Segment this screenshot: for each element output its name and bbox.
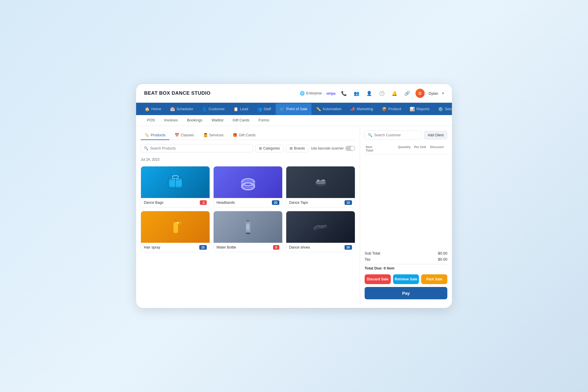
- bell-icon-btn[interactable]: 🔔: [390, 89, 399, 98]
- products-tab-label: Products: [151, 133, 165, 137]
- product-card-dance-shoes[interactable]: Dance shoes 30: [286, 211, 355, 252]
- pay-button[interactable]: Pay: [365, 287, 447, 299]
- tax-row: Tax $0.00: [365, 256, 447, 262]
- product-img-dance-taps: [286, 166, 355, 198]
- customer-icon: 👤: [202, 107, 207, 111]
- add-client-button[interactable]: Add Client: [424, 131, 447, 139]
- nav-label-setup: Setup: [445, 107, 452, 111]
- tax-label: Tax: [365, 257, 370, 261]
- tab-products[interactable]: 🏷️ Products: [141, 131, 169, 140]
- product-footer-dance-shoes: Dance shoes 30: [286, 243, 355, 252]
- nav-item-staff[interactable]: 👥 Staff: [253, 103, 275, 115]
- sub-nav: POS Invoices Bookings Waitlist Gift Card…: [136, 115, 452, 126]
- barcode-toggle[interactable]: [345, 146, 355, 151]
- nav-label-automation: Automation: [323, 107, 342, 111]
- tab-giftcards[interactable]: 🎁 Gift Cards: [229, 131, 260, 140]
- product-card-hair-spray[interactable]: Hair spray 15: [141, 211, 210, 252]
- nav-item-reports[interactable]: 📊 Reports: [406, 103, 434, 115]
- nav-item-product[interactable]: 📦 Product: [378, 103, 405, 115]
- tab-services[interactable]: 💆 Services: [199, 131, 228, 140]
- svg-line-15: [178, 221, 181, 223]
- categories-filter-btn[interactable]: ⊞ Categories: [255, 144, 284, 152]
- discard-sale-button[interactable]: Discard Sale: [365, 274, 391, 284]
- scheduler-icon: 📅: [170, 107, 175, 111]
- product-card-headbands[interactable]: Headbands 20: [213, 166, 283, 207]
- services-tab-icon: 💆: [203, 133, 208, 137]
- park-sale-button[interactable]: Park Sale: [421, 274, 447, 284]
- subtotal-value: $0.00: [438, 251, 447, 255]
- search-customer-row: 🔍 Add Client: [365, 131, 447, 139]
- staff-icon: 👥: [257, 107, 262, 111]
- nav-item-marketing[interactable]: 📣 Marketing: [346, 103, 377, 115]
- col-discount: Discount: [430, 145, 446, 149]
- total-due-row: Total Due: 0 Item: [365, 266, 447, 270]
- nav-item-pos[interactable]: 🛒 Point of Sale: [276, 103, 312, 115]
- product-name-dance-shoes: Dance shoes: [289, 245, 310, 249]
- search-input[interactable]: [150, 146, 250, 150]
- svg-rect-11: [173, 222, 178, 233]
- sub-nav-bookings[interactable]: Bookings: [183, 115, 206, 126]
- col-quantity: Quantity: [398, 145, 414, 149]
- customer-search-input[interactable]: [374, 133, 419, 137]
- categories-label: Categories: [263, 146, 280, 150]
- tab-classes[interactable]: 📅 Classes: [171, 131, 198, 140]
- totals-divider: [365, 264, 447, 264]
- nav-item-lead[interactable]: 📋 Lead: [229, 103, 252, 115]
- product-footer-headbands: Headbands 20: [214, 198, 282, 207]
- svg-point-22: [319, 226, 324, 228]
- user-check-icon-btn[interactable]: 👤: [365, 89, 374, 98]
- product-img-dance-bags: [141, 166, 210, 198]
- sub-nav-invoices[interactable]: Invoices: [160, 115, 182, 126]
- brands-icon: ⊞: [290, 146, 293, 150]
- nav-item-automation[interactable]: ✏️ Automation: [312, 103, 346, 115]
- user-avatar[interactable]: D: [415, 89, 425, 98]
- nav-item-home[interactable]: 🏠 Home: [141, 103, 165, 115]
- categories-icon: ⊞: [259, 146, 262, 150]
- reports-icon: 📊: [410, 107, 415, 111]
- search-filter-row: 🔍 ⊞ Categories ⊞ Brands Use barcode scan…: [141, 144, 355, 152]
- product-name-dance-taps: Dance Taps: [289, 201, 308, 205]
- col-item: Item: [366, 145, 398, 149]
- sub-nav-forms[interactable]: Forms: [255, 115, 273, 126]
- nav-item-setup[interactable]: ⚙️ Setup: [434, 103, 452, 115]
- product-tabs: 🏷️ Products 📅 Classes 💆 Services 🎁 Gift …: [141, 131, 355, 140]
- phone-icon-btn[interactable]: 📞: [340, 89, 348, 98]
- action-buttons: Discard Sale Retrieve Sale Park Sale: [365, 274, 447, 284]
- col-per-unit: Per Unit: [414, 145, 430, 149]
- product-icon: 📦: [382, 107, 387, 111]
- clock-icon-btn[interactable]: 🕐: [378, 89, 386, 98]
- nav-item-customer[interactable]: 👤 Customer: [198, 103, 229, 115]
- share-icon-btn[interactable]: 🔗: [403, 89, 411, 98]
- retrieve-sale-button[interactable]: Retrieve Sale: [393, 274, 419, 284]
- sub-nav-giftcards[interactable]: Gift Cards: [229, 115, 254, 126]
- product-footer-hair-spray: Hair spray 15: [141, 243, 210, 252]
- nav-label-staff: Staff: [264, 107, 271, 111]
- subtotal-label: Sub Total: [365, 251, 380, 255]
- group-icon-btn[interactable]: 👥: [352, 89, 361, 98]
- product-footer-dance-taps: Dance Taps 10: [286, 198, 355, 207]
- date-label: Jul 24, 2023: [141, 156, 355, 163]
- nav-label-lead: Lead: [240, 107, 248, 111]
- sub-nav-waitlist[interactable]: Waitlist: [208, 115, 227, 126]
- right-panel: 🔍 Add Client Item Quantity Per Unit Disc…: [360, 126, 452, 304]
- product-card-dance-taps[interactable]: Dance Taps 10: [286, 166, 355, 207]
- services-tab-label: Services: [209, 133, 224, 137]
- barcode-label: Use barcode scanner: [311, 146, 344, 150]
- left-panel: 🏷️ Products 📅 Classes 💆 Services 🎁 Gift …: [136, 126, 360, 304]
- automation-icon: ✏️: [316, 107, 321, 111]
- total-due-label: Total Due: 0 Item: [365, 266, 394, 270]
- nav-item-scheduler[interactable]: 📅 Scheduler: [166, 103, 198, 115]
- user-dropdown-icon[interactable]: ▾: [442, 91, 444, 95]
- svg-point-21: [246, 232, 250, 234]
- svg-rect-19: [246, 220, 249, 222]
- product-card-dance-bags[interactable]: Dance Bags -2: [141, 166, 210, 207]
- enterprise-label: Enterprise: [306, 91, 322, 95]
- cart-table-header: Item Quantity Per Unit Discount Total: [365, 143, 447, 154]
- main-layout: 🏷️ Products 📅 Classes 💆 Services 🎁 Gift …: [136, 126, 452, 304]
- brands-filter-btn[interactable]: ⊞ Brands: [286, 144, 309, 152]
- product-card-water-bottle[interactable]: Water Bottle 0: [213, 211, 283, 252]
- product-search-box[interactable]: 🔍: [141, 144, 253, 152]
- sub-nav-pos[interactable]: POS: [143, 115, 159, 126]
- pos-icon: 🛒: [280, 107, 285, 111]
- customer-search-box[interactable]: 🔍: [365, 131, 422, 139]
